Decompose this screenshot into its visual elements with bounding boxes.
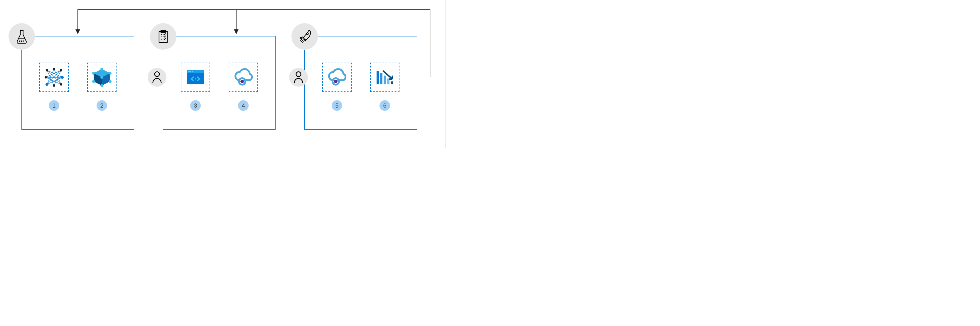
badge-2: 2 — [97, 100, 107, 111]
drift-chart-icon — [374, 67, 395, 88]
neural-network-icon — [43, 67, 65, 88]
svg-rect-63 — [380, 73, 382, 85]
svg-rect-15 — [159, 32, 167, 43]
badge-3: 3 — [190, 100, 201, 111]
svg-point-35 — [60, 69, 62, 72]
node-prod-endpoint — [322, 62, 352, 92]
node-model-artifact — [87, 62, 116, 92]
node-scoring-script — [181, 62, 210, 92]
approval-gate-1 — [148, 68, 166, 87]
badge-4: 4 — [238, 100, 248, 111]
svg-point-36 — [45, 76, 47, 78]
svg-rect-56 — [192, 71, 193, 72]
svg-point-57 — [195, 78, 196, 80]
pipeline-diagram: 1 2 3 — [0, 0, 446, 148]
svg-rect-64 — [383, 75, 386, 85]
person-icon — [152, 71, 162, 84]
svg-point-59 — [240, 80, 244, 83]
svg-point-61 — [334, 80, 337, 83]
badge-1: 1 — [49, 100, 59, 111]
svg-point-38 — [46, 83, 48, 86]
svg-point-50 — [92, 72, 95, 75]
approval-gate-2 — [289, 68, 308, 87]
svg-point-49 — [92, 80, 95, 83]
svg-point-39 — [53, 85, 55, 87]
svg-point-34 — [53, 68, 55, 70]
stage-validate — [163, 36, 275, 129]
svg-rect-54 — [188, 71, 189, 72]
svg-point-37 — [61, 76, 64, 79]
code-window-icon — [185, 67, 206, 88]
node-train-model — [39, 62, 69, 92]
svg-point-20 — [306, 33, 308, 35]
svg-point-46 — [108, 72, 111, 75]
badge-6: 6 — [380, 100, 390, 111]
svg-point-33 — [46, 69, 48, 72]
svg-rect-66 — [391, 82, 393, 85]
svg-rect-55 — [190, 71, 191, 72]
cloud-service-icon — [326, 67, 347, 88]
svg-rect-62 — [377, 71, 379, 85]
svg-point-48 — [100, 84, 103, 87]
clipboard-check-icon — [150, 23, 177, 50]
svg-point-67 — [155, 72, 159, 77]
flask-icon — [8, 23, 35, 50]
rocket-icon — [291, 23, 318, 50]
cloud-service-icon — [233, 67, 254, 88]
svg-point-68 — [296, 72, 301, 77]
svg-point-51 — [100, 76, 103, 79]
svg-point-40 — [60, 83, 62, 86]
node-test-endpoint — [229, 62, 258, 92]
badge-5: 5 — [332, 100, 342, 111]
person-icon — [293, 71, 304, 84]
svg-rect-53 — [187, 70, 204, 73]
svg-point-45 — [100, 68, 103, 70]
stage-deploy — [304, 36, 417, 129]
cube-icon — [91, 67, 112, 88]
svg-point-47 — [108, 80, 111, 83]
node-monitor-drift — [370, 62, 399, 92]
stage-experiment — [21, 36, 134, 129]
